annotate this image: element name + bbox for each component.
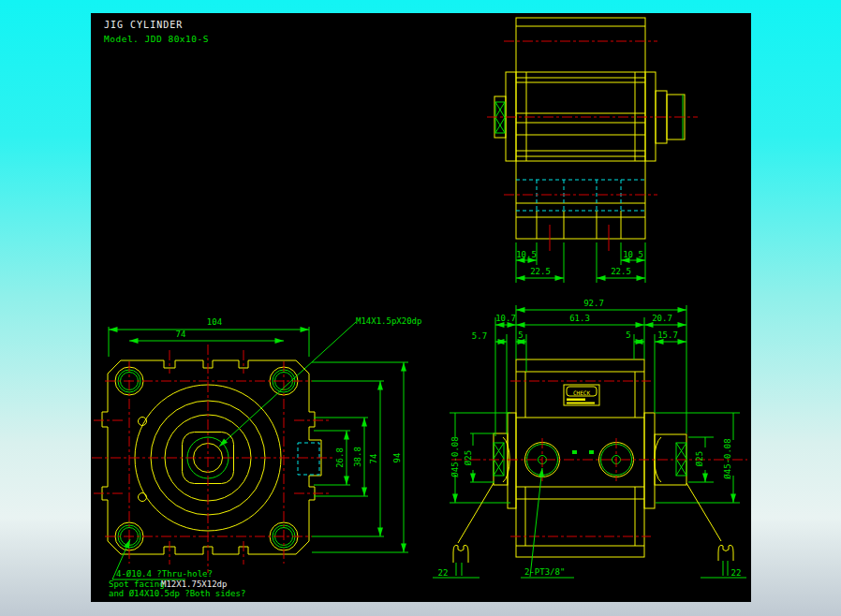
dim-right-section: 20.7	[652, 314, 672, 323]
dim-slot-right: 5	[626, 330, 630, 340]
dim-rod-dia-left: Ø25	[464, 450, 473, 465]
dim-rod-ext-right: 15.7	[657, 330, 678, 340]
dim-squareness-right: 22	[731, 568, 742, 578]
drawing-area	[91, 13, 751, 602]
dim-top-right-pitch: 22.5	[611, 267, 631, 276]
dim-body-height: 94	[392, 453, 402, 463]
drawing-model: Model. JDD 80x10-S	[104, 34, 209, 44]
dim-total-width: 92.7	[583, 299, 604, 308]
drawing-canvas: JIG CYLINDER Model. JDD 80x10-S	[0, 0, 841, 616]
drawing-title: JIG CYLINDER	[104, 20, 183, 30]
dim-bore-left: Ø45-0.08	[450, 436, 460, 477]
dim-port-inner: 26.8	[335, 447, 345, 468]
dim-left-section: 10.7	[495, 314, 516, 323]
dim-port-outer: 38.8	[353, 447, 362, 467]
dim-squareness-left: 22	[438, 568, 449, 578]
note-spot-facing: Spot facing	[109, 579, 165, 589]
dim-top-left-pitch: 22.5	[530, 267, 551, 276]
dim-body-width: 104	[207, 317, 222, 327]
dim-bore-right: Ø45-0.08	[723, 438, 732, 478]
dim-bolt-pitch-v: 74	[369, 454, 378, 464]
dim-top-right-offset: 10 5	[623, 250, 643, 259]
dim-rod-dia-right: Ø25	[695, 451, 704, 466]
dim-rod-ext-left: 5.7	[472, 331, 487, 341]
cad-viewport: JIG CYLINDER Model. JDD 80x10-S	[0, 0, 841, 616]
note-spot-facing-spec: M12X1.75X12dp	[161, 579, 227, 589]
dim-slot-left: 5	[518, 330, 523, 340]
nameplate-label: CHECK	[573, 389, 590, 396]
dim-mid-section: 61.3	[569, 314, 590, 323]
dim-top-left-offset: 10.5	[516, 250, 537, 259]
thread-callout: M14X1.5pX20dp	[356, 316, 421, 326]
port-callout: 2-PT3/8"	[524, 567, 565, 577]
note-thru-hole: 4-Ø10.4 ?Thru-hole?	[116, 569, 213, 579]
dim-bolt-pitch-h: 74	[176, 330, 186, 339]
note-both-sides: and Ø14X10.5dp ?Both sides?	[109, 589, 245, 598]
